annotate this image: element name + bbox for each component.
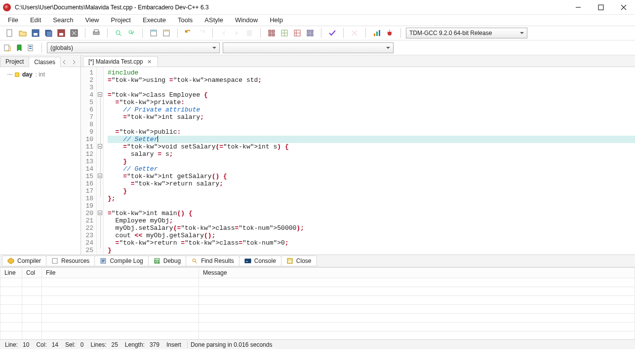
tab-debug[interactable]: 01Debug: [148, 255, 186, 266]
print-button[interactable]: [90, 27, 102, 39]
new-file-button[interactable]: [4, 27, 16, 39]
menu-edit[interactable]: Edit: [24, 15, 47, 26]
stop-button[interactable]: [349, 27, 360, 39]
save-button[interactable]: [30, 27, 41, 39]
run-button[interactable]: [160, 27, 172, 39]
menu-execute[interactable]: Execute: [137, 15, 172, 26]
menu-view[interactable]: View: [79, 15, 105, 26]
tab-close[interactable]: Close: [281, 255, 317, 266]
svg-point-31: [388, 32, 392, 36]
menu-astyle[interactable]: AStyle: [198, 15, 229, 26]
file-tab-label: [*] Malavida Test.cpp: [88, 58, 143, 65]
code-line[interactable]: ="tok-kw">int main() {: [108, 210, 635, 217]
menu-help[interactable]: Help: [264, 15, 289, 26]
scope-select[interactable]: (globals): [47, 42, 220, 53]
code-line[interactable]: ="tok-kw">void setSalary(="tok-kw">int s…: [108, 143, 635, 150]
profile-button[interactable]: [371, 27, 383, 39]
sidebar-tab-classes[interactable]: Classes: [29, 57, 61, 67]
code-line[interactable]: [108, 84, 635, 91]
code-line[interactable]: Employee myObj;: [108, 217, 635, 224]
code-line[interactable]: }: [108, 247, 635, 254]
grid4-button[interactable]: [304, 27, 316, 39]
insert-bookmark-button[interactable]: [14, 42, 25, 53]
symbol-select[interactable]: [223, 42, 394, 53]
replace-button[interactable]: [125, 27, 137, 39]
fold-toggle-icon[interactable]: [98, 144, 102, 148]
class-browser: ┈┈ day : int: [0, 67, 80, 255]
code-line[interactable]: ="tok-kw">private:: [108, 99, 635, 106]
bookmark-prev-button[interactable]: [218, 27, 230, 39]
file-tab-close-icon[interactable]: ✕: [146, 59, 153, 65]
code-line[interactable]: }: [108, 187, 635, 195]
debug-button[interactable]: [384, 27, 396, 39]
save-as-button[interactable]: [55, 27, 67, 39]
grid2-button[interactable]: [278, 27, 290, 39]
fold-toggle-icon[interactable]: [98, 174, 102, 178]
code-line[interactable]: ="tok-kw">class Employee {: [108, 91, 635, 99]
code-line[interactable]: myObj.setSalary(="tok-kw">class="tok-num…: [108, 224, 635, 232]
fold-toggle-icon[interactable]: [98, 211, 102, 215]
bookmark-next-button[interactable]: [231, 27, 242, 39]
save-all-button[interactable]: [42, 27, 54, 39]
bookmark-toggle-button[interactable]: [243, 27, 255, 39]
col-file[interactable]: File: [42, 268, 199, 278]
class-browser-item[interactable]: ┈┈ day : int: [4, 71, 77, 78]
sidebar-tab-project[interactable]: Project: [0, 56, 29, 67]
compiler-select[interactable]: TDM-GCC 9.2.0 64-bit Release: [406, 28, 527, 38]
insert-code-button[interactable]: [2, 42, 13, 53]
code-line[interactable]: ="tok-kw">return ="tok-kw">class="tok-nu…: [108, 239, 635, 247]
code-line[interactable]: }: [108, 158, 635, 165]
code-line[interactable]: salary = s;: [108, 150, 635, 158]
code-line[interactable]: cout << myObj.getSalary();: [108, 232, 635, 239]
tab-find-results[interactable]: Find Results: [186, 255, 239, 266]
check-syntax-button[interactable]: [326, 27, 338, 39]
tab-compile-log[interactable]: Compile Log: [94, 255, 148, 266]
file-tab[interactable]: [*] Malavida Test.cpp ✕: [83, 56, 158, 67]
code-line[interactable]: ="tok-kw">public:: [108, 128, 635, 136]
menu-window[interactable]: Window: [229, 15, 264, 26]
menu-file[interactable]: File: [2, 15, 24, 26]
code-editor[interactable]: 1234567891011121314151617181920212223242…: [81, 67, 635, 255]
tab-resources[interactable]: Resources: [46, 255, 95, 266]
code-line[interactable]: ="tok-kw">int salary;: [108, 113, 635, 121]
close-file-button[interactable]: [68, 27, 80, 39]
undo-button[interactable]: [183, 27, 195, 39]
variable-icon: [15, 73, 19, 77]
minimize-button[interactable]: [567, 0, 590, 15]
sidebar-tab-next[interactable]: [70, 58, 78, 67]
compiler-table: Line Col File Message: [0, 267, 635, 339]
tab-console[interactable]: Console: [239, 255, 281, 266]
redo-button[interactable]: [196, 27, 207, 39]
tab-compiler[interactable]: Compiler: [2, 255, 46, 266]
code-line[interactable]: // Private attribute: [108, 106, 635, 113]
menu-project[interactable]: Project: [105, 15, 137, 26]
svg-rect-14: [151, 30, 157, 32]
menu-search[interactable]: Search: [47, 15, 79, 26]
class-browser-item-type: : int: [36, 71, 45, 78]
fold-toggle-icon[interactable]: [98, 92, 102, 97]
code-line[interactable]: [108, 202, 635, 210]
sidebar-tab-prev[interactable]: [61, 58, 69, 67]
code-line[interactable]: ="tok-kw">return salary;: [108, 180, 635, 187]
open-file-button[interactable]: [17, 27, 29, 39]
maximize-button[interactable]: [590, 0, 612, 15]
close-button[interactable]: [612, 0, 635, 15]
code-line[interactable]: ="tok-kw">int getSalary() {: [108, 173, 635, 180]
code-line[interactable]: // Setter: [108, 136, 635, 143]
code-line[interactable]: ="tok-kw">using ="tok-kw">namespace std;: [108, 76, 635, 84]
line-number-gutter: 1234567891011121314151617181920212223242…: [81, 67, 97, 255]
goto-bookmark-button[interactable]: [26, 42, 37, 53]
compile-button[interactable]: [148, 27, 159, 39]
menu-tools[interactable]: Tools: [172, 15, 198, 26]
col-message[interactable]: Message: [199, 268, 635, 278]
code-line[interactable]: // Getter: [108, 165, 635, 173]
tree-connector-icon: ┈┈: [7, 71, 12, 78]
col-line[interactable]: Line: [0, 268, 22, 278]
find-button[interactable]: [113, 27, 124, 39]
grid3-button[interactable]: [291, 27, 303, 39]
code-line[interactable]: };: [108, 195, 635, 202]
code-line[interactable]: [108, 121, 635, 128]
grid1-button[interactable]: [266, 27, 278, 39]
code-line[interactable]: #include: [108, 69, 635, 76]
col-col[interactable]: Col: [22, 268, 42, 278]
